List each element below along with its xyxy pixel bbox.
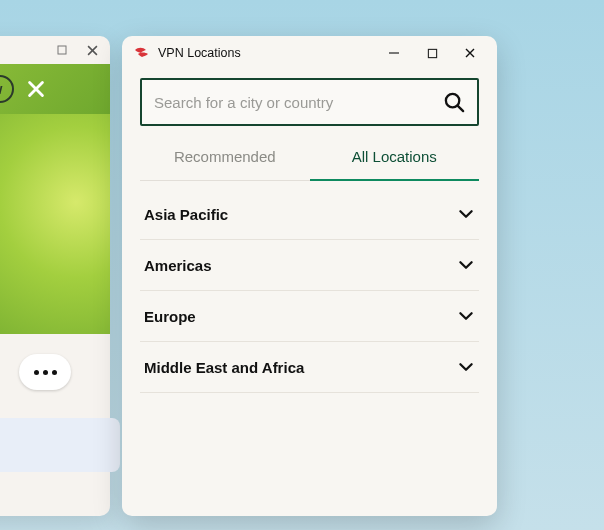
chevron-down-icon — [457, 256, 475, 274]
region-name: Europe — [144, 308, 196, 325]
location-tabs: Recommended All Locations — [122, 136, 497, 181]
close-button[interactable] — [455, 38, 485, 68]
search-box[interactable] — [140, 78, 479, 126]
svg-rect-1 — [428, 49, 436, 57]
chevron-down-icon — [457, 205, 475, 223]
dots-icon — [34, 370, 39, 375]
search-input[interactable] — [154, 94, 443, 111]
chevron-down-icon — [457, 358, 475, 376]
chevron-down-icon — [457, 307, 475, 325]
info-card: ly. — [0, 418, 120, 472]
announcement-bar: s New — [0, 64, 110, 114]
minimize-button[interactable] — [379, 38, 409, 68]
tab-recommended[interactable]: Recommended — [140, 136, 310, 181]
search-icon — [443, 91, 465, 113]
dismiss-announcement-button[interactable] — [22, 75, 50, 103]
whats-new-pill[interactable]: s New — [0, 75, 14, 103]
connection-visual — [0, 114, 110, 334]
search-container — [122, 70, 497, 126]
main-titlebar — [0, 36, 110, 64]
main-app-window: s New ly. — [0, 36, 110, 516]
more-options-button[interactable] — [19, 354, 71, 390]
region-row-americas[interactable]: Americas — [140, 240, 479, 291]
vpn-locations-window: VPN Locations Recommended All Locations … — [122, 36, 497, 516]
region-name: Middle East and Africa — [144, 359, 304, 376]
main-maximize-button[interactable] — [56, 44, 68, 56]
region-name: Asia Pacific — [144, 206, 228, 223]
region-row-middle-east-africa[interactable]: Middle East and Africa — [140, 342, 479, 393]
main-close-button[interactable] — [86, 44, 98, 56]
region-name: Americas — [144, 257, 212, 274]
tab-all-locations[interactable]: All Locations — [310, 136, 480, 181]
maximize-button[interactable] — [417, 38, 447, 68]
region-row-europe[interactable]: Europe — [140, 291, 479, 342]
svg-rect-0 — [58, 46, 66, 54]
locations-titlebar: VPN Locations — [122, 36, 497, 70]
region-list: Asia Pacific Americas Europe Middle East… — [122, 181, 497, 393]
main-lower-panel: ly. — [0, 334, 110, 472]
window-title: VPN Locations — [158, 46, 241, 60]
region-row-asia-pacific[interactable]: Asia Pacific — [140, 189, 479, 240]
app-logo-icon — [134, 45, 150, 61]
